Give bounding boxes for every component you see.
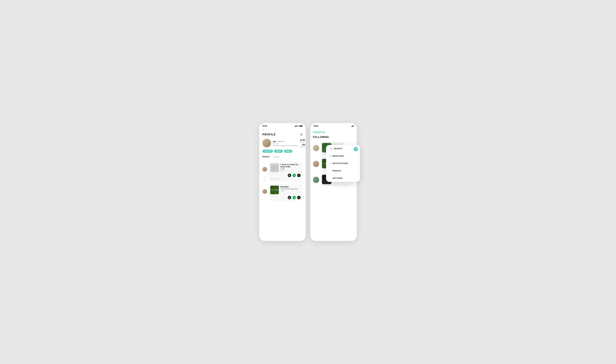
profile-bio: 20 / nyc [273,143,298,145]
status-icons-2 [351,125,354,127]
battery-icon [299,125,303,127]
tab-posts[interactable]: POSTS [262,156,270,158]
song-artist-2: Ski Mask the Slump God [281,188,301,190]
phone2-wrapper: 19:02 bopdrop FOLLOWING [310,123,357,241]
search-icon: 🔍 [330,148,332,150]
post-side: ♡ 6.7K ✈ [262,162,267,182]
song-type: album [281,170,301,172]
status-time: 19:02 [262,125,267,127]
genre-rock[interactable]: ROCK [274,150,283,153]
song-info: I Think You Think Too Much Of Me EDEN al… [281,163,301,172]
status-bar-2: 19:02 [310,123,357,128]
bopdrop-logo: bopdrop [310,128,357,135]
status-bar: 19:02 ⊖ [259,123,306,128]
post-avatar-2 [262,189,267,194]
share-icon[interactable]: ✈ [264,179,266,182]
profile-header: PROFILE ⚙ [262,133,303,136]
content-tabs: POSTS LIKED [262,156,303,159]
heart-icon[interactable]: ♡ [264,173,266,176]
profile-stats: 10.4K followers 304 following [299,139,305,147]
post-card-inner-2: YOUWILLREGRET BabyWipe Ski Mask the Slum… [270,186,301,194]
svg-rect-1 [273,168,276,168]
menu-label-notifications: NOTIFICATIONS [333,162,348,165]
post-likes-2: ♡ [264,195,266,198]
heart-icon-2[interactable]: ♡ [264,195,266,198]
status-icons: ⊖ [295,125,303,127]
following-title: FOLLOWING [310,135,357,140]
album-art [270,163,279,172]
profile-handle: @prerna [278,140,285,143]
post-item-2: ♡ YOUWILLREGRET BabyWipe Ski Mask the Sl… [262,184,303,201]
post-avatar [262,167,267,172]
spotify-button-2[interactable]: S [292,196,296,199]
phone-profile: 19:02 ⊖ ← PROFILE ⚙ [259,123,306,241]
post-card-2: YOUWILLREGRET BabyWipe Ski Mask the Slum… [268,184,303,201]
genre-indie[interactable]: INDIE [284,150,293,153]
close-button[interactable]: × [354,147,358,151]
avatar [262,139,271,147]
followers-label: followers [299,141,305,143]
menu-label-profile: PROFILE [333,170,341,172]
gear-icon[interactable]: ⚙ [300,133,303,136]
post-likes: ♡ 6.7K [263,173,266,178]
post-actions-2: ▶ S + [270,196,301,199]
back-button[interactable]: ← [262,128,303,131]
play-button-2[interactable]: ▶ [288,196,291,199]
menu-item-notifications[interactable]: NOTIFICATIONS [326,160,360,167]
profile-spotify-link: https://open.spotify.com/user/12556198 [273,145,298,146]
post-actions: ▶ S + [270,174,301,177]
notification-dot-notifications [330,163,331,164]
song-artist: EDEN [281,168,301,170]
svg-rect-2 [273,169,276,169]
tab-liked[interactable]: LIKED [273,156,280,158]
followers-count: 10.4K [299,139,305,141]
profile-details: pre @prerna 20 / nyc https://open.spotif… [273,140,298,146]
add-button[interactable]: + [297,174,301,177]
app-container: 19:02 ⊖ ← PROFILE ⚙ [259,123,357,241]
post-side-2: ♡ [262,184,267,201]
song-info-2: BabyWipe Ski Mask the Slump God single [281,186,301,192]
album-art-img-2: YOUWILLREGRET [270,186,279,194]
album-art-placeholder [270,163,279,172]
menu-item-settings[interactable]: SETTINGS [326,175,360,182]
following-label: following [299,146,305,147]
following-count: 304 [299,144,305,146]
profile-name: pre [273,140,276,143]
menu-label-messages: MESSAGES [333,155,344,157]
song-title: I Think You Think Too Much Of Me [281,163,301,168]
notification-dot-messages [330,156,331,157]
add-button-2[interactable]: + [297,196,301,199]
genre-hiphop[interactable]: HIP HOP [262,150,273,153]
likes-count: 6.7K [263,176,266,178]
menu-label-settings: SETTINGS [333,177,343,179]
post-card: I Think You Think Too Much Of Me EDEN al… [268,162,303,182]
page-title: PROFILE [262,133,276,136]
post-item: ♡ 6.7K ✈ [262,162,303,182]
comments-link[interactable]: 90 COMMENTS [270,178,301,180]
spotify-button[interactable]: S [292,174,296,177]
following-avatar-3 [313,177,319,183]
svg-rect-0 [273,167,277,167]
signal-icon-2 [351,125,354,127]
play-button[interactable]: ▶ [288,174,291,177]
menu-label-search: SEARCH [334,148,342,150]
signal-icon [295,125,297,127]
song-type-2: single [281,190,301,192]
overlay-menu: × 🔍 SEARCH MESSAGES NOTIFICATIONS PROFIL… [326,145,360,182]
menu-item-messages[interactable]: MESSAGES [326,152,360,160]
album-art-2: YOUWILLREGRET [270,186,279,194]
song-title-2: BabyWipe [281,186,301,188]
status-time-2: 19:02 [313,125,318,127]
post-card-inner: I Think You Think Too Much Of Me EDEN al… [270,163,301,172]
following-avatar-2 [313,161,319,167]
line-1 [332,144,343,144]
genre-tags: HIP HOP ROCK INDIE [262,150,303,153]
profile-info: pre @prerna 20 / nyc https://open.spotif… [262,139,303,147]
phone-following: 19:02 bopdrop FOLLOWING [310,123,357,241]
wifi-icon: ⊖ [297,125,299,127]
menu-item-profile[interactable]: PROFILE [326,167,360,175]
logo-text: bopdrop [313,130,325,134]
following-avatar [313,145,319,151]
